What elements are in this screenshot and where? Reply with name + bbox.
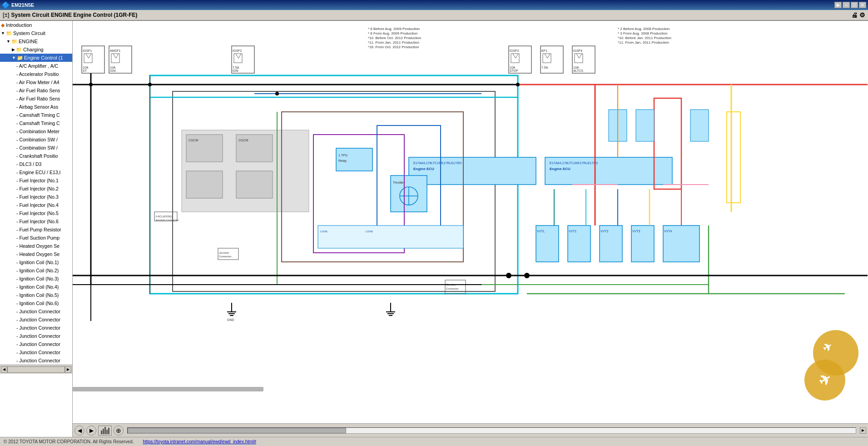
sidebar-item-introduction[interactable]: ◆ Introduction: [0, 21, 72, 29]
svg-point-130: [524, 273, 530, 278]
sidebar-item-ignition-coil2[interactable]: - Ignition Coil (No.2): [0, 266, 72, 275]
svg-text:1 TPG: 1 TPG: [338, 154, 347, 157]
sidebar-item-system-circuit[interactable]: ▼ 📁 System Circuit: [0, 29, 72, 37]
sidebar-item-engine-control[interactable]: ▼ 📁 Engine Control (1: [0, 54, 72, 62]
window-minimize[interactable]: ─: [843, 2, 850, 8]
sidebar-item-charging[interactable]: ▶ 📁 Charging: [0, 45, 72, 54]
sidebar-item-dlc3[interactable]: - DLC3 / D3: [0, 160, 72, 168]
sidebar-label: System Circuit: [13, 30, 45, 36]
svg-rect-26: [511, 54, 519, 63]
svg-text:VVTL: VVTL: [537, 230, 545, 233]
sidebar-item-ac-amplifier[interactable]: - A/C Amplifier , A/C: [0, 62, 72, 70]
sidebar-item-fuel-injector6[interactable]: - Fuel Injector (No.6: [0, 217, 72, 226]
diagram-header-title: System Circuit ENGINE Engine Control (1G…: [11, 12, 138, 18]
sidebar-label: - A/C Amplifier , A/C: [16, 63, 58, 69]
sidebar-label: - Junction Connector: [16, 358, 60, 363]
sidebar-item-fuel-suction-pump[interactable]: - Fuel Suction Pump: [0, 234, 72, 242]
sidebar-item-fuel-pump-resistor[interactable]: - Fuel Pump Resistor: [0, 226, 72, 234]
sidebar-item-ignition-coil6[interactable]: - Ignition Coil (No.6): [0, 299, 72, 307]
sidebar-item-camshaft-timing2[interactable]: - Camshaft Timing C: [0, 119, 72, 127]
sidebar-item-junction-connector2[interactable]: - Junction Connector: [0, 316, 72, 324]
sidebar-item-crankshaft-pos[interactable]: - Crankshaft Positio: [0, 152, 72, 160]
sidebar: ◆ Introduction ▼ 📁 System Circuit ▼ 📁 EN…: [0, 21, 73, 437]
svg-text:Throttle: Throttle: [393, 181, 404, 184]
settings-icon[interactable]: ⚙: [859, 11, 865, 19]
sidebar-item-fuel-injector5[interactable]: - Fuel Injector (No.5: [0, 209, 72, 217]
sidebar-label: Introduction: [6, 22, 32, 28]
title-icon: 🔷: [2, 1, 10, 9]
svg-text:Junction: Junction: [219, 251, 229, 254]
sidebar-item-air-fuel-ratio1[interactable]: - Air Fuel Ratio Sens: [0, 86, 72, 95]
window-maximize[interactable]: □: [851, 2, 858, 8]
sidebar-label: - Fuel Injector (No.3: [16, 194, 59, 200]
sidebar-item-airbag-sensor[interactable]: - Airbag Sensor Ass: [0, 103, 72, 111]
watermark: ✈: [804, 360, 845, 401]
sidebar-item-engine-ecu[interactable]: - Engine ECU / E13,I: [0, 168, 72, 176]
sidebar-item-ignition-coil4[interactable]: - Ignition Coil (No.4): [0, 283, 72, 291]
sidebar-item-camshaft-timing1[interactable]: - Camshaft Timing C: [0, 111, 72, 119]
svg-rect-21: [234, 54, 242, 63]
svg-text:VVT3: VVT3: [632, 230, 640, 233]
svg-text:IGSF4: IGSF4: [573, 49, 582, 52]
svg-text:10A: 10A: [83, 66, 89, 69]
sidebar-item-ignition-coil1[interactable]: - Ignition Coil (No.1): [0, 258, 72, 266]
svg-text:Junction Connector: Junction Connector: [155, 219, 179, 221]
svg-text:IGSF1: IGSF1: [83, 49, 92, 52]
sidebar-item-junction-connector1[interactable]: - Junction Connector: [0, 307, 72, 316]
sidebar-item-accelerator-pos[interactable]: - Accelerator Positio: [0, 70, 72, 78]
svg-text:ALTCS: ALTCS: [573, 69, 583, 72]
svg-point-128: [516, 83, 520, 86]
svg-text:E17AA/L178LTC16/E17RLE17/E0: E17AA/L178LTC16/E17RLE17/E0: [413, 161, 461, 165]
sidebar-scrollbar-left[interactable]: ◀: [1, 366, 7, 373]
sidebar-item-heated-oxygen1[interactable]: - Heated Oxygen Se: [0, 242, 72, 250]
sidebar-item-combination-sw1[interactable]: - Combination SW /: [0, 135, 72, 144]
sidebar-scrollbar-right[interactable]: ▶: [65, 366, 71, 373]
copyright-text: © 2012 TOYOTA MOTOR CORPORATION. All Rig…: [4, 439, 134, 444]
nav-forward[interactable]: ▶: [86, 426, 96, 436]
sidebar-label: - Air Fuel Ratio Sens: [16, 96, 60, 101]
svg-text:ST: ST: [83, 69, 87, 72]
sidebar-item-combination-meter[interactable]: - Combination Meter: [0, 127, 72, 135]
titlebar-title: EM21N5E: [11, 2, 834, 8]
sidebar-item-ignition-coil5[interactable]: - Ignition Coil (No.5): [0, 291, 72, 299]
sidebar-item-fuel-injector1[interactable]: - Fuel Injector (No.1: [0, 176, 72, 185]
sidebar-label: - Air Flow Meter / A4: [16, 80, 60, 85]
sidebar-label: Charging: [23, 47, 44, 52]
horizontal-scrollbar[interactable]: [127, 427, 856, 434]
folder-icon: 📁: [11, 39, 18, 45]
nav-back[interactable]: ◀: [74, 426, 84, 436]
diagram-container[interactable]: * 6 Before Aug. 2009 Production * 8 From…: [73, 21, 868, 423]
sidebar-item-junction-connector5[interactable]: - Junction Connector: [0, 340, 72, 348]
svg-text:7.5A: 7.5A: [233, 66, 239, 69]
folder-icon: 📁: [6, 30, 12, 36]
diagram-header-prefix[interactable]: [±]: [3, 12, 10, 18]
svg-text:E17AA/L178LTC16/E17RLE17/E0: E17AA/L178LTC16/E17RLE17/E0: [550, 161, 598, 165]
scroll-right[interactable]: ▶: [860, 427, 866, 434]
sidebar-label: - Junction Connector: [16, 333, 60, 339]
sidebar-item-ignition-coil3[interactable]: - Ignition Coil (No.3): [0, 275, 72, 283]
svg-text:VVT4: VVT4: [664, 230, 672, 233]
nav-zoom-in[interactable]: ⊕: [114, 426, 124, 436]
sidebar-item-air-flow-meter[interactable]: - Air Flow Meter / A4: [0, 78, 72, 86]
window-close[interactable]: ✕: [859, 2, 866, 8]
svg-text:*16. From Oct. 2012 Production: *16. From Oct. 2012 Production: [368, 45, 419, 49]
svg-text:Connector: Connector: [446, 287, 459, 290]
sidebar-item-junction-connector4[interactable]: - Junction Connector: [0, 332, 72, 340]
sidebar-label: - Ignition Coil (No.3): [16, 276, 59, 281]
sidebar-item-junction-connector3[interactable]: - Junction Connector: [0, 324, 72, 332]
titlebar-expand[interactable]: ▶: [834, 2, 842, 8]
nav-bar-chart[interactable]: [98, 426, 112, 436]
sidebar-item-junction-connector7[interactable]: - Junction Connector: [0, 356, 72, 365]
sidebar-item-combination-sw2[interactable]: - Combination SW /: [0, 144, 72, 152]
sidebar-label: ENGINE: [19, 39, 38, 44]
sidebar-item-junction-connector6[interactable]: - Junction Connector: [0, 348, 72, 356]
sidebar-item-air-fuel-ratio2[interactable]: - Air Fuel Ratio Sens: [0, 95, 72, 103]
sidebar-item-engine[interactable]: ▼ 📁 ENGINE: [0, 37, 72, 45]
sidebar-item-fuel-injector2[interactable]: - Fuel Injector (No.2: [0, 185, 72, 193]
print-icon[interactable]: 🖨: [851, 11, 858, 19]
svg-rect-35: [575, 54, 583, 63]
sidebar-label: - Crankshaft Positio: [16, 153, 58, 159]
sidebar-item-heated-oxygen2[interactable]: - Heated Oxygen Se: [0, 250, 72, 258]
sidebar-item-fuel-injector3[interactable]: - Fuel Injector (No.3: [0, 193, 72, 201]
sidebar-item-fuel-injector4[interactable]: - Fuel Injector (No.4: [0, 201, 72, 209]
